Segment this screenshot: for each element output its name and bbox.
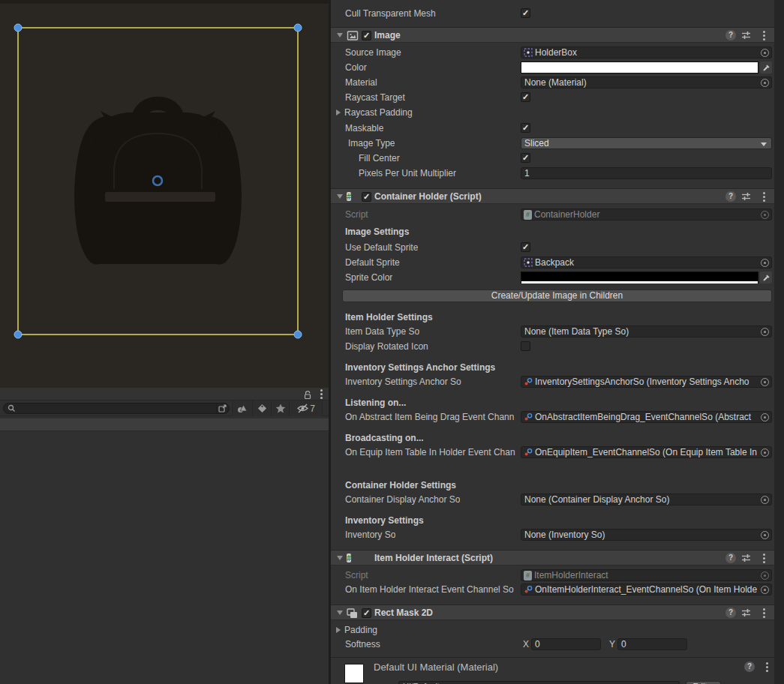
default-sprite-field[interactable]: Backpack [521,256,772,268]
open-search-window-icon[interactable] [216,404,228,413]
container-display-anchor-field[interactable]: None (Container Display Anchor So) [521,494,772,506]
sprite-color-label: Sprite Color [345,272,392,283]
source-image-field[interactable]: HolderBox [521,46,772,58]
inventory-so-field[interactable]: None (Inventory So) [521,529,772,541]
object-picker-icon[interactable] [761,572,769,580]
cull-transparent-mesh-checkbox[interactable] [521,8,530,18]
section-header-inventory-settings: Inventory Settings [345,515,645,527]
raycast-target-checkbox[interactable] [521,92,530,102]
create-update-image-button[interactable]: Create/Update Image in Children [342,290,772,302]
object-picker-icon[interactable] [761,328,769,336]
fill-center-checkbox[interactable] [521,153,530,163]
object-picker-icon[interactable] [761,531,769,539]
foldout-open-icon[interactable] [337,194,343,199]
image-type-label: Image Type [348,138,395,148]
component-menu-kebab-icon[interactable] [763,554,765,563]
object-picker-icon[interactable] [761,448,769,457]
corner-handle [294,331,302,338]
bottom-panel-body[interactable] [0,432,329,684]
presets-icon[interactable] [741,608,751,620]
foldout-closed-icon[interactable] [336,627,341,633]
corner-handle [14,331,22,338]
image-type-dropdown[interactable]: Sliced [521,137,772,149]
material-field[interactable]: None (Material) [521,76,772,88]
drag-event-channel-field[interactable]: OnAbstractItemBeingDrag_EventChannelSo (… [521,411,772,423]
component-menu-kebab-icon[interactable] [763,192,765,202]
shader-dropdown[interactable]: UI/Default [398,681,680,684]
drag-event-channel-label: On Abstract Item Being Drag Event Chann [345,412,514,422]
interact-event-channel-label: On Item Holder Interact Event Channel So [345,584,514,595]
panel-menu-kebab-icon[interactable] [320,389,323,399]
search-input[interactable] [16,404,216,413]
color-swatch[interactable] [521,62,758,74]
ppu-multiplier-field[interactable]: 1 [521,167,772,179]
foldout-open-icon[interactable] [337,610,343,615]
object-picker-icon[interactable] [761,378,769,386]
raycast-target-label: Raycast Target [345,92,405,103]
object-picker-icon[interactable] [761,496,769,504]
rect-mask-enabled-checkbox[interactable] [362,608,371,618]
help-icon[interactable] [725,191,736,202]
rect-mask-icon [347,608,358,621]
help-icon[interactable] [725,553,736,563]
section-header-item-holder-settings: Item Holder Settings [345,312,645,324]
script-field[interactable]: # ItemHolderInteract [521,569,772,581]
favorites-button[interactable] [271,400,289,416]
chevron-down-icon [761,142,767,146]
object-picker-icon[interactable] [761,586,769,594]
image-enabled-checkbox[interactable] [362,31,371,40]
material-preview-swatch[interactable] [344,664,364,683]
container-display-anchor-label: Container Display Anchor So [345,494,460,505]
use-default-sprite-checkbox[interactable] [521,242,530,252]
left-panel: 7 [0,0,329,684]
foldout-open-icon[interactable] [337,33,343,38]
inventory-settings-anchor-field[interactable]: InventorySettingsAnchorSo (Inventory Set… [521,376,772,388]
container-holder-component-header[interactable]: # Container Holder (Script) [331,188,774,204]
object-picker-icon[interactable] [761,259,769,267]
filter-by-type-button[interactable] [232,400,252,416]
display-rotated-icon-checkbox[interactable] [521,341,530,351]
equip-event-channel-field[interactable]: OnEquipItem_EventChannelSo (On Equip Ite… [521,446,772,458]
interact-event-channel-field[interactable]: OnItemHolderInteract_EventChannelSo (On … [521,584,772,596]
object-picker-icon[interactable] [761,79,769,87]
foldout-open-icon[interactable] [337,556,343,560]
image-component-header[interactable]: Image [331,27,774,43]
help-icon[interactable] [725,30,736,40]
container-holder-enabled-checkbox[interactable] [362,192,371,202]
item-data-type-field[interactable]: None (Item Data Type So) [521,326,772,338]
scene-view[interactable] [0,0,329,388]
hidden-objects-toggle[interactable]: 7 [289,400,323,416]
softness-x-field[interactable]: 0 [531,638,601,650]
help-icon[interactable] [744,662,755,672]
component-menu-kebab-icon[interactable] [763,608,765,618]
maskable-checkbox[interactable] [521,123,530,133]
filter-by-label-button[interactable] [252,400,271,416]
object-picker-icon[interactable] [761,49,769,57]
script-field[interactable]: # ContainerHolder [521,208,772,220]
color-label: Color [345,62,367,73]
search-box[interactable] [3,403,230,414]
eyedropper-icon[interactable] [760,272,772,284]
default-sprite-label: Default Sprite [345,257,400,268]
hidden-count: 7 [310,404,315,414]
help-icon[interactable] [725,608,736,618]
rect-mask-2d-component-header[interactable]: Rect Mask 2D [331,604,774,620]
foldout-closed-icon[interactable] [336,110,341,116]
presets-icon[interactable] [741,31,751,42]
object-picker-icon[interactable] [761,413,769,422]
component-title: Rect Mask 2D [374,608,433,618]
search-icon [8,404,16,412]
scriptable-object-icon [524,448,533,457]
softness-y-label: Y [609,639,615,650]
material-menu-kebab-icon[interactable] [766,662,768,672]
eyedropper-icon[interactable] [760,62,772,74]
presets-icon[interactable] [741,554,751,565]
softness-y-field[interactable]: 0 [617,638,687,650]
component-menu-kebab-icon[interactable] [763,31,765,40]
item-holder-interact-component-header[interactable]: # Item Holder Interact (Script) [331,550,774,566]
presets-icon[interactable] [741,192,751,203]
sprite-color-swatch[interactable] [521,272,758,284]
shader-edit-button[interactable]: Edit... [686,681,721,684]
object-picker-icon[interactable] [761,211,769,219]
section-header-anchor-settings: Inventory Settings Anchor Settings [345,362,645,374]
